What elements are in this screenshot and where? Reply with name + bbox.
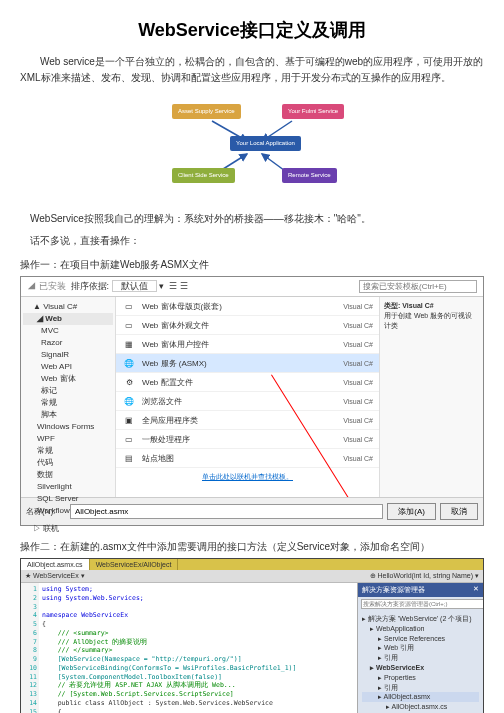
tree-item[interactable]: Windows Forms xyxy=(23,421,113,433)
tree-item[interactable]: WPF xyxy=(23,433,113,445)
template-list[interactable]: ▭Web 窗体母版页(嵌套)Visual C#▭Web 窗体外观文件Visual… xyxy=(116,297,379,497)
template-item[interactable]: ▣全局应用程序类Visual C# xyxy=(116,411,379,430)
diagram-node: Remote Service xyxy=(282,168,337,183)
template-item[interactable]: ▤站点地图Visual C# xyxy=(116,449,379,468)
page-icon: ▭ xyxy=(122,319,136,331)
solution-node[interactable]: ▸ AllObject.asmx.cs xyxy=(362,702,479,712)
solution-node[interactable]: ▸ WebApplication xyxy=(362,624,479,634)
tree-item[interactable]: SignalR xyxy=(23,349,113,361)
page-title: WebService接口定义及调用 xyxy=(20,18,484,42)
editor-tabs[interactable]: AllObject.asmx.cs WebServiceEx/AllObject xyxy=(21,559,483,570)
solution-explorer[interactable]: 解决方案资源管理器✕ ▸ 解决方案 'WebService' (2 个项目)▸ … xyxy=(357,583,483,713)
tree-online[interactable]: ▷ 联机 xyxy=(23,523,113,535)
code-editor[interactable]: 123456789101112131415161718192021222324 … xyxy=(21,583,357,713)
globe-icon: 🌐 xyxy=(122,357,136,369)
globe-icon: 🌐 xyxy=(122,395,136,407)
step-2-label: 操作二：在新建的.asmx文件中添加需要调用的接口方法（定义Service对象，… xyxy=(20,540,484,554)
template-item[interactable]: ▭Web 窗体外观文件Visual C# xyxy=(116,316,379,335)
tree-item[interactable]: Web 窗体 xyxy=(23,373,113,385)
page-icon: ▭ xyxy=(122,433,136,445)
solution-node[interactable]: ▸ 引用 xyxy=(362,683,479,693)
solution-node[interactable]: ▸ Service References xyxy=(362,634,479,644)
diagram-node-center: Your Local Application xyxy=(230,136,301,151)
solution-node[interactable]: ▸ Web 引用 xyxy=(362,643,479,653)
diagram-node: Asset Supply Service xyxy=(172,104,241,119)
template-item[interactable]: ▦Web 窗体用户控件Visual C# xyxy=(116,335,379,354)
template-item[interactable]: ⚙Web 配置文件Visual C# xyxy=(116,373,379,392)
class-dropdown[interactable]: ★ WebServiceEx ▾ xyxy=(25,572,85,580)
template-item[interactable]: 🌐Web 服务 (ASMX)Visual C# xyxy=(116,354,379,373)
solution-node[interactable]: ▸ Properties xyxy=(362,673,479,683)
paragraph: 话不多说，直接看操作： xyxy=(20,232,484,250)
tree-item[interactable]: ◢ Web xyxy=(23,313,113,325)
visual-studio-editor: AllObject.asmx.cs WebServiceEx/AllObject… xyxy=(20,558,484,713)
tree-item[interactable]: Web API xyxy=(23,361,113,373)
filename-input[interactable] xyxy=(70,504,383,519)
diagram-node: Your Fulmi Service xyxy=(282,104,344,119)
paragraph: WebService按照我自己的理解为：系统对外的桥接器——移花接木："哈哈"。 xyxy=(20,210,484,228)
solution-node[interactable]: ▸ 解决方案 'WebService' (2 个项目) xyxy=(362,614,479,624)
tree-item[interactable]: ▲ Visual C# xyxy=(23,301,113,313)
name-label: 名称(N): xyxy=(26,506,66,517)
tree-item[interactable]: 常规 xyxy=(23,397,113,409)
app-icon: ▣ xyxy=(122,414,136,426)
sort-label: ◢ 已安装 排序依据: 默认值 ▾ ☰ ☰ xyxy=(27,280,188,293)
tree-item[interactable]: Silverlight xyxy=(23,481,113,493)
new-item-dialog: ◢ 已安装 排序依据: 默认值 ▾ ☰ ☰ ▲ Visual C#◢ WebMV… xyxy=(20,276,484,526)
solution-search-input[interactable] xyxy=(361,599,484,609)
cfg-icon: ⚙ xyxy=(122,376,136,388)
tree-item[interactable]: 标记 xyxy=(23,385,113,397)
intro-paragraph: Web service是一个平台独立的，松耦合的，自包含的、基于可编程的web的… xyxy=(20,54,484,86)
tree-item[interactable]: 数据 xyxy=(23,469,113,481)
tab[interactable]: WebServiceEx/AllObject xyxy=(90,559,179,570)
member-dropdown[interactable]: ⊕ HelloWorld(int Id, string Name) ▾ xyxy=(370,572,479,580)
step-1-label: 操作一：在项目中新建Web服务ASMX文件 xyxy=(20,258,484,272)
add-button[interactable]: 添加(A) xyxy=(387,503,436,520)
close-icon[interactable]: ✕ xyxy=(473,585,479,595)
page-icon: ▭ xyxy=(122,300,136,312)
tree-item[interactable]: Razor xyxy=(23,337,113,349)
tree-item[interactable]: 常规 xyxy=(23,445,113,457)
map-icon: ▤ xyxy=(122,452,136,464)
ctrl-icon: ▦ xyxy=(122,338,136,350)
tree-item[interactable]: 脚本 xyxy=(23,409,113,421)
search-templates-input[interactable] xyxy=(359,280,477,293)
tree-item[interactable]: 代码 xyxy=(23,457,113,469)
solution-node[interactable]: ▸ 引用 xyxy=(362,653,479,663)
template-item[interactable]: ▭Web 窗体母版页(嵌套)Visual C# xyxy=(116,297,379,316)
diagram-node: Client Side Service xyxy=(172,168,235,183)
cancel-button[interactable]: 取消 xyxy=(440,503,478,520)
tree-item[interactable]: MVC xyxy=(23,325,113,337)
template-item[interactable]: 🌐浏览器文件Visual C# xyxy=(116,392,379,411)
description-panel: 类型: Visual C# 用于创建 Web 服务的可视设计类 xyxy=(379,297,483,497)
solution-node[interactable]: ▸ WebServiceEx xyxy=(362,663,479,673)
template-item[interactable]: ▭一般处理程序Visual C# xyxy=(116,430,379,449)
category-tree[interactable]: ▲ Visual C#◢ WebMVCRazorSignalRWeb APIWe… xyxy=(21,297,116,497)
tab-active[interactable]: AllObject.asmx.cs xyxy=(21,559,90,570)
architecture-diagram: Asset Supply Service Your Fulmi Service … xyxy=(20,96,484,198)
solution-node[interactable]: ▸ AllObject.asmx xyxy=(362,692,479,702)
